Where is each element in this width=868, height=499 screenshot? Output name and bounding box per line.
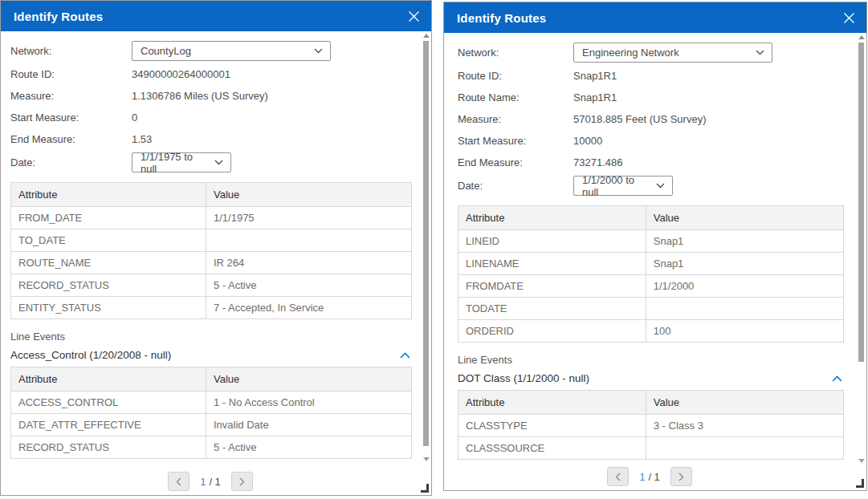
route-attribute-table: Attribute Value LINEIDSnap1 LINENAMESnap… xyxy=(458,205,844,343)
table-header-row: Attribute Value xyxy=(11,183,412,207)
measure-label: Measure: xyxy=(10,90,132,102)
chevron-down-icon xyxy=(756,50,764,55)
value-header: Value xyxy=(646,391,843,415)
end-measure-field: End Measure: 1.53 xyxy=(10,128,412,150)
chevron-right-icon xyxy=(679,473,684,481)
close-icon[interactable] xyxy=(842,10,856,25)
table-row: DATE_ATTR_EFFECTIVEInvalid Date xyxy=(11,414,412,436)
chevron-down-icon xyxy=(214,160,223,165)
date-select[interactable]: 1/1/1975 to null xyxy=(132,152,231,172)
start-measure-value: 0 xyxy=(132,112,137,124)
start-measure-label: Start Measure: xyxy=(458,135,573,147)
table-row: FROM_DATE1/1/1975 xyxy=(11,207,412,229)
attribute-header: Attribute xyxy=(458,206,646,230)
end-measure-value: 1.53 xyxy=(132,133,152,145)
scroll-up-icon[interactable] xyxy=(858,35,865,39)
route-id-label: Route ID: xyxy=(458,70,573,82)
next-page-button[interactable] xyxy=(231,472,253,491)
table-row: LINEIDSnap1 xyxy=(458,230,844,253)
date-field: Date: 1/1/2000 to null xyxy=(458,173,844,198)
route-name-field: Route Name: Snap1R1 xyxy=(458,87,844,108)
measure-label: Measure: xyxy=(458,113,573,125)
end-measure-label: End Measure: xyxy=(10,133,132,145)
scroll-down-icon[interactable] xyxy=(858,459,865,463)
close-icon[interactable] xyxy=(406,9,421,23)
end-measure-field: End Measure: 73271.486 xyxy=(458,152,844,173)
panel-header: Identify Routes xyxy=(1,1,431,31)
value-header: Value xyxy=(646,206,843,230)
panel-body: Network: Engineering Network Route ID: S… xyxy=(444,33,855,490)
table-row: ENTITY_STATUS7 - Accepted, In Service xyxy=(11,297,412,319)
chevron-left-icon xyxy=(176,477,181,486)
network-label: Network: xyxy=(10,45,132,57)
route-id-value: Snap1R1 xyxy=(573,70,617,82)
next-page-button[interactable] xyxy=(670,467,692,486)
network-select[interactable]: Engineering Network xyxy=(573,43,772,63)
date-label: Date: xyxy=(10,156,132,168)
current-page: 1 xyxy=(639,471,645,483)
total-pages: / 1 xyxy=(648,471,659,483)
value-header: Value xyxy=(206,183,412,207)
table-row: RECORD_STATUS5 - Active xyxy=(11,436,412,459)
network-select-value: Engineering Network xyxy=(582,47,679,59)
line-events-group-row: Access_Control (1/20/2008 - null) xyxy=(10,349,412,361)
pagination: 1/ 1 xyxy=(1,472,420,491)
network-select[interactable]: CountyLog xyxy=(132,41,331,61)
table-row: LINENAMESnap1 xyxy=(458,253,844,275)
date-select[interactable]: 1/1/2000 to null xyxy=(573,176,673,196)
resize-handle-icon[interactable] xyxy=(421,484,429,493)
identify-routes-panel-right: Identify Routes Network: Engineering Net… xyxy=(443,2,867,491)
prev-page-button[interactable] xyxy=(168,472,189,491)
scrollbar-thumb[interactable] xyxy=(423,41,429,446)
network-field: Network: Engineering Network xyxy=(458,40,844,65)
chevron-down-icon xyxy=(656,183,665,189)
scroll-down-icon[interactable] xyxy=(423,457,430,461)
table-header-row: Attribute Value xyxy=(458,206,844,230)
table-row: ROUTE_NAMEIR 264 xyxy=(11,252,412,274)
panel-header: Identify Routes xyxy=(444,2,866,33)
chevron-up-icon[interactable] xyxy=(830,374,844,383)
attribute-header: Attribute xyxy=(458,391,646,415)
pagination: 1/ 1 xyxy=(444,467,855,486)
start-measure-value: 10000 xyxy=(573,135,602,147)
line-events-table: Attribute Value ACCESS_CONTROL1 - No Acc… xyxy=(10,367,412,459)
route-id-value: 34900000264000001 xyxy=(132,68,230,80)
route-id-field: Route ID: 34900000264000001 xyxy=(10,63,412,85)
table-row: RECORD_STATUS5 - Active xyxy=(11,274,412,297)
table-header-row: Attribute Value xyxy=(11,367,412,391)
line-events-table: Attribute Value CLASSTYPE3 - Class 3 CLA… xyxy=(458,390,844,460)
date-label: Date: xyxy=(458,180,573,192)
route-id-label: Route ID: xyxy=(10,68,132,80)
route-name-value: Snap1R1 xyxy=(573,91,617,103)
resize-handle-icon[interactable] xyxy=(856,479,864,488)
measure-value: 57018.885 Feet (US Survey) xyxy=(573,113,706,125)
prev-page-button[interactable] xyxy=(607,467,629,486)
line-events-group-title: DOT Class (1/1/2000 - null) xyxy=(458,372,589,384)
panel-title: Identify Routes xyxy=(14,10,103,23)
chevron-up-icon[interactable] xyxy=(398,351,412,360)
measure-field: Measure: 1.1306786 Miles (US Survey) xyxy=(10,85,412,107)
end-measure-value: 73271.486 xyxy=(573,156,622,168)
table-header-row: Attribute Value xyxy=(458,391,844,415)
vertical-scrollbar[interactable] xyxy=(422,33,430,492)
panel-title: Identify Routes xyxy=(457,11,546,25)
network-label: Network: xyxy=(458,47,573,59)
scroll-up-icon[interactable] xyxy=(423,34,430,38)
table-row: ACCESS_CONTROL1 - No Access Control xyxy=(11,391,412,414)
network-field: Network: CountyLog xyxy=(10,39,412,63)
current-page: 1 xyxy=(200,476,206,488)
table-row: TO_DATE xyxy=(11,229,412,252)
date-select-value: 1/1/2000 to null xyxy=(582,174,651,198)
scrollbar-thumb[interactable] xyxy=(858,43,864,362)
chevron-left-icon xyxy=(615,473,621,481)
attribute-header: Attribute xyxy=(11,183,206,207)
date-select-value: 1/1/1975 to null xyxy=(141,151,210,175)
vertical-scrollbar[interactable] xyxy=(858,34,865,487)
table-row: ORDERID100 xyxy=(458,320,844,343)
line-events-group-title: Access_Control (1/20/2008 - null) xyxy=(10,349,171,361)
page-indicator: 1/ 1 xyxy=(639,471,660,483)
start-measure-label: Start Measure: xyxy=(10,112,132,124)
measure-field: Measure: 57018.885 Feet (US Survey) xyxy=(458,108,844,130)
network-select-value: CountyLog xyxy=(141,45,191,57)
table-row: CLASSTYPE3 - Class 3 xyxy=(458,415,844,437)
